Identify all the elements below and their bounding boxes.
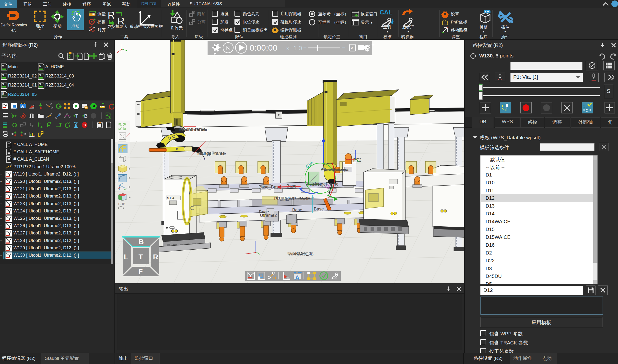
svg-text:B: B: [84, 113, 88, 118]
svg-text:WPaBASE_B: WPaBASE_B: [288, 252, 314, 256]
svg-text:0:00:00: 0:00:00: [250, 43, 277, 52]
svg-text:M: M: [2, 64, 4, 68]
svg-text:T: T: [138, 253, 143, 261]
svg-text:SUB: SUB: [118, 202, 125, 206]
svg-text:S: S: [2, 92, 4, 95]
svg-text:F: F: [138, 267, 143, 275]
svg-text:S: S: [39, 82, 41, 86]
svg-text:S: S: [39, 73, 41, 77]
svg-text:x: x: [286, 45, 289, 51]
svg-text:MangeFrame: MangeFrame: [312, 182, 339, 186]
svg-text:T: T: [75, 113, 78, 118]
svg-text:S: S: [39, 64, 41, 68]
svg-text:P72: P72: [353, 157, 361, 163]
svg-text:R: R: [153, 253, 158, 261]
svg-text:S: S: [2, 73, 4, 77]
svg-text:Base: Base: [292, 208, 302, 212]
svg-text:Base_Base: Base_Base: [259, 184, 281, 190]
svg-text:P4mountframe: P4mountframe: [321, 168, 349, 172]
svg-text:Uframe2: Uframe2: [260, 213, 277, 218]
svg-text:1.0: 1.0: [293, 44, 302, 52]
svg-text:RounthFrame: RounthFrame: [180, 127, 208, 132]
svg-text:Base: Base: [286, 183, 296, 188]
svg-text:PP层配WP_BASE 2: PP层配WP_BASE 2: [274, 196, 314, 201]
svg-text:R: R: [108, 10, 115, 21]
svg-text:P: P: [350, 46, 353, 50]
svg-text:S: S: [83, 123, 86, 127]
svg-text:A: A: [295, 274, 299, 281]
svg-text:S: S: [108, 115, 110, 119]
svg-text:A: A: [21, 104, 24, 108]
svg-text:FlangeFrame: FlangeFrame: [198, 151, 226, 156]
svg-text:B: B: [138, 238, 144, 246]
svg-text:L: L: [124, 253, 128, 261]
svg-text:Base: Base: [314, 207, 324, 211]
svg-text:ST A: ST A: [167, 196, 175, 200]
svg-text:S: S: [2, 82, 4, 86]
